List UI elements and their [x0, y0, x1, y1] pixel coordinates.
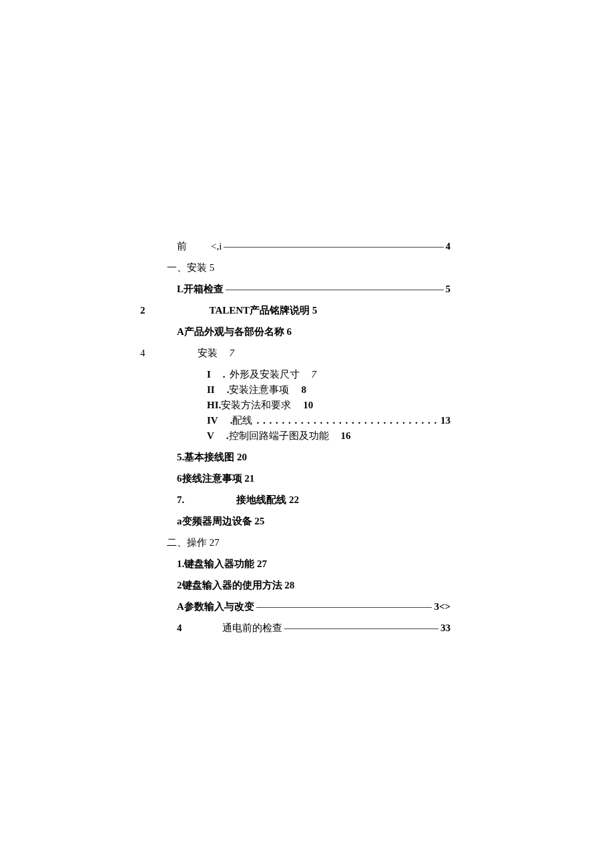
page-number: 7: [230, 348, 235, 359]
number-marker: 7.: [177, 494, 184, 506]
toc-entry-wiring-note: 6接线注意事项 21: [177, 472, 450, 485]
toc-section-operate: 二、操作 27: [167, 536, 450, 549]
label: A产品外观与各部份名称 6: [177, 326, 292, 338]
toc-entry-grounding: 7. 接地线配线 22: [177, 494, 450, 506]
label: 安装: [198, 347, 218, 360]
label: 接地线配线 22: [236, 494, 299, 506]
label: 6接线注意事项 21: [177, 472, 254, 485]
label: 控制回路端子图及功能: [229, 430, 329, 442]
leader-line: [284, 628, 439, 629]
toc-entry-basic-wiring: 5.基本接线图 20: [177, 451, 450, 464]
toc-entry-param: A参数输入与改变 3<>: [177, 600, 450, 613]
page-number: 10: [303, 400, 313, 411]
toc-entry-preface: 前 <,i 4: [177, 240, 450, 253]
label: 1.键盘输入器功能 27: [177, 558, 267, 570]
label: TALENT产品铭牌说明 5: [210, 304, 318, 317]
toc-entry-keypad-func: 1.键盘输入器功能 27: [177, 558, 450, 570]
roman-marker: IV: [207, 415, 218, 426]
number-marker: 4: [140, 348, 145, 359]
page-number: 16: [341, 430, 351, 442]
label: a变频器周边设备 25: [177, 515, 264, 528]
toc-sub-method: HI. 安装方法和要求 10: [207, 399, 450, 412]
page-content: 前 <,i 4 一、安装 5 L开箱检查 5 2 TALENT产品铭牌说明 5 …: [0, 0, 614, 634]
leader-line: [224, 247, 443, 248]
toc-sub-outline: I . 外形及安装尺寸 7: [207, 368, 450, 381]
roman-marker: V: [207, 430, 214, 442]
number-marker: 2: [140, 305, 145, 316]
page-number: 7: [312, 369, 317, 380]
toc-entry-unpack: L开箱检查 5: [177, 283, 450, 296]
label: 安装注意事项: [229, 384, 289, 396]
roman-marker: HI.: [207, 400, 221, 411]
label: L开箱检查: [177, 283, 224, 296]
label: 配线: [232, 414, 252, 427]
label: 通电前的检查: [222, 622, 282, 634]
leader-line: [256, 607, 432, 608]
label-part: 前: [177, 240, 187, 253]
toc-entry-nameplate: 2 TALENT产品铭牌说明 5: [140, 304, 450, 317]
number-marker: 4: [177, 622, 182, 634]
label: 二、操作 27: [167, 536, 220, 549]
page-number: 13: [440, 415, 450, 426]
page-number: 33: [440, 622, 450, 634]
roman-marker: I: [207, 369, 211, 380]
page-number: 3<>: [434, 601, 450, 612]
toc-entry-install: 4 安装 7: [140, 347, 450, 360]
roman-marker: II: [207, 384, 215, 396]
toc-entry-peripheral: a变频器周边设备 25: [177, 515, 450, 528]
toc-entry-appearance: A产品外观与各部份名称 6: [177, 326, 450, 338]
toc-sub-precaution: II . 安装注意事项 8: [207, 384, 450, 396]
label-part: <,i: [211, 241, 222, 252]
leader-dots: . . . . . . . . . . . . . . . . . . . . …: [256, 415, 436, 426]
label: A参数输入与改变: [177, 600, 254, 613]
toc-sub-wiring: IV . 配线 . . . . . . . . . . . . . . . . …: [207, 414, 450, 427]
page-number: 4: [446, 241, 451, 252]
toc-section-install: 一、安装 5: [167, 262, 450, 274]
label: 安装方法和要求: [221, 399, 291, 412]
toc-entry-keypad-use: 2键盘输入器的使用方法 28: [177, 579, 450, 592]
label: 2键盘输入器的使用方法 28: [177, 579, 294, 592]
label: 5.基本接线图 20: [177, 451, 247, 464]
label: 外形及安装尺寸: [230, 368, 300, 381]
toc-sub-terminal: V . 控制回路端子图及功能 16: [207, 430, 450, 442]
dot: .: [223, 369, 226, 380]
page-number: 8: [301, 384, 306, 396]
toc-entry-precheck: 4 通电前的检查 33: [177, 622, 450, 634]
leader-line: [226, 290, 443, 290]
page-number: 5: [446, 284, 451, 295]
label: 一、安装 5: [167, 262, 214, 274]
